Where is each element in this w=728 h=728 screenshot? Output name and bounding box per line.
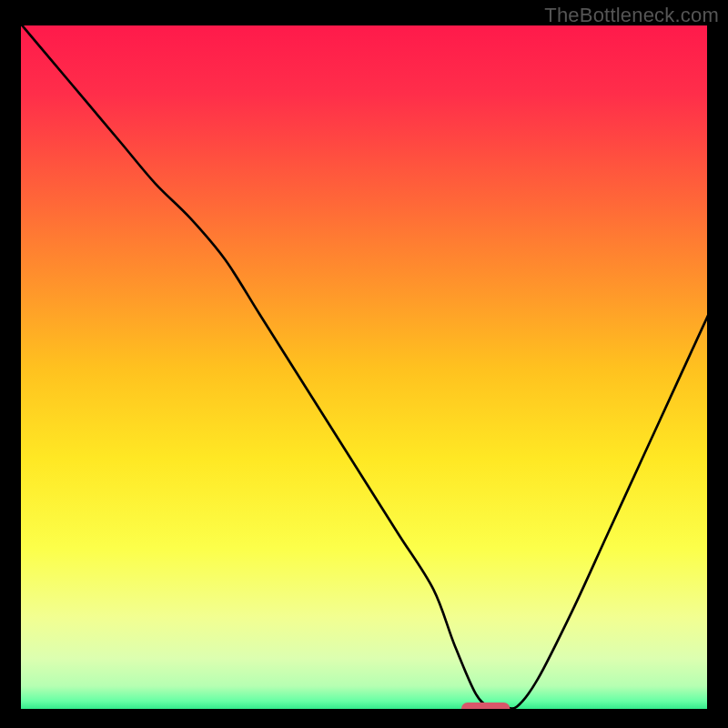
watermark-text: TheBottleneck.com (544, 4, 719, 27)
chart-stage: TheBottleneck.com (0, 0, 728, 728)
optimal-marker (461, 703, 510, 713)
plot-svg (16, 25, 712, 713)
plot-frame (16, 25, 712, 713)
bottleneck-curve (16, 25, 712, 709)
